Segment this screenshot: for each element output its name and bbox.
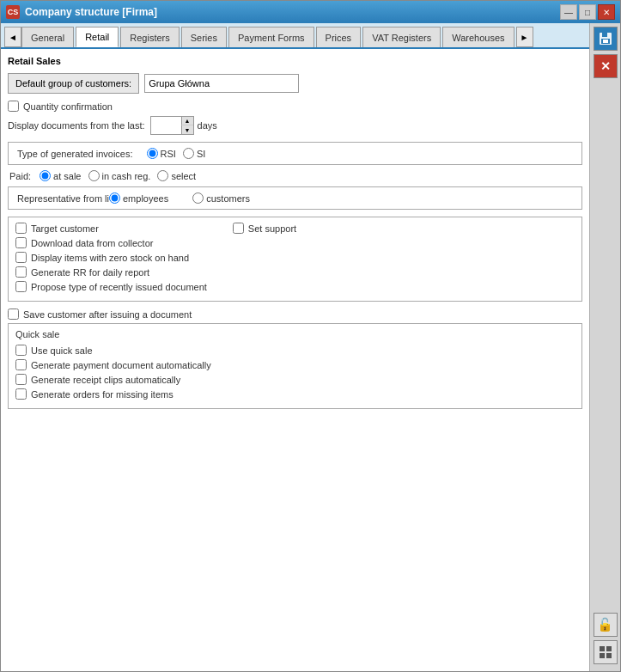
gen-orders-label: Generate orders for missing items [31,389,174,400]
use-quick-sale-row: Use quick sale [15,345,575,356]
window-title: Company structure [Firma] [25,6,157,18]
spinbox-up-button[interactable]: ▲ [181,117,193,125]
checkboxes-right: Set support [233,223,296,296]
radio-select-label: select [171,171,196,181]
lock-button[interactable]: 🔓 [594,613,618,637]
tab-vat-registers[interactable]: VAT Registers [362,27,441,47]
left-area: ◄ General Retail Registers Series Paymen… [1,23,589,671]
invoice-type-panel: Type of generated invoices: RSI SI [8,142,582,165]
download-collector-checkbox[interactable] [15,237,27,248]
radio-customers: customers [192,192,250,204]
gen-receipt-clips-row: Generate receipt clips automatically [15,374,575,385]
tab-warehouses[interactable]: Warehouses [442,27,514,47]
save-button[interactable] [594,27,618,51]
radio-at-sale: at sale [40,170,81,181]
radio-rsi-input[interactable] [147,148,158,159]
gen-payment-doc-checkbox[interactable] [15,359,27,370]
quantity-confirmation-row: Quantity confirmation [8,101,582,112]
set-support-row: Set support [233,223,296,234]
display-docs-input[interactable]: 10 [151,117,181,134]
section-title: Retail Sales [8,56,582,66]
radio-employees-input[interactable] [109,192,120,204]
use-quick-sale-checkbox[interactable] [15,345,27,356]
svg-rect-3 [603,40,608,43]
radio-at-sale-input[interactable] [40,170,51,181]
spinbox-buttons: ▲ ▼ [181,117,193,134]
set-support-checkbox[interactable] [233,223,244,234]
generate-rr-row: Generate RR for daily report [15,266,207,278]
display-docs-label: Display documents from the last: [8,120,145,131]
tab-content: Retail Sales Default group of customers:… [1,49,589,671]
close-button[interactable]: ✕ [598,4,615,20]
target-customer-row: Target customer [15,223,207,234]
quick-sale-section: Quick sale Use quick sale Generate payme… [8,323,582,409]
display-zero-stock-label: Display items with zero stock on hand [31,253,189,263]
svg-rect-6 [600,653,605,658]
right-panel: ✕ 🔓 [589,23,620,671]
target-customer-checkbox[interactable] [15,223,27,234]
save-customer-label: Save customer after issuing a document [23,309,192,320]
propose-type-row: Propose type of recently issued document [15,281,207,292]
save-customer-checkbox[interactable] [8,309,19,320]
tab-series[interactable]: Series [181,27,227,47]
tab-prices[interactable]: Prices [316,27,362,47]
tab-bar: ◄ General Retail Registers Series Paymen… [1,23,589,49]
svg-rect-4 [600,646,605,651]
checkboxes-left: Target customer Download data from colle… [15,223,207,296]
download-collector-label: Download data from collector [31,238,153,248]
radio-rsi: RSI [147,148,176,159]
default-group-button[interactable]: Default group of customers: [8,73,139,94]
radio-select-input[interactable] [157,170,168,181]
title-controls: — □ ✕ [560,4,615,20]
radio-in-cash-input[interactable] [88,170,100,181]
cancel-button[interactable]: ✕ [594,54,618,78]
svg-rect-7 [606,653,612,658]
gen-orders-checkbox[interactable] [15,388,27,400]
paid-label: Paid: [9,171,31,181]
tab-general[interactable]: General [21,27,74,47]
propose-type-label: Propose type of recently issued document [31,282,207,292]
minimize-button[interactable]: — [560,4,577,20]
radio-si-label: SI [197,149,205,159]
quick-sale-title: Quick sale [15,329,575,339]
gen-orders-row: Generate orders for missing items [15,388,575,400]
gen-receipt-clips-label: Generate receipt clips automatically [31,375,180,385]
radio-in-cash-label: in cash reg. [102,171,151,181]
tab-next-button[interactable]: ► [516,27,533,47]
use-quick-sale-label: Use quick sale [31,345,93,356]
restore-button[interactable]: □ [579,4,596,20]
radio-si-input[interactable] [183,148,194,159]
radio-in-cash: in cash reg. [88,170,151,181]
quantity-confirmation-checkbox[interactable] [8,101,19,112]
tab-retail[interactable]: Retail [76,27,119,47]
radio-select: select [157,170,196,181]
rep-label: Representative from li [17,193,109,204]
display-zero-stock-row: Display items with zero stock on hand [15,252,207,263]
invoice-type-label: Type of generated invoices: [17,149,133,159]
radio-customers-input[interactable] [192,192,204,204]
radio-si: SI [183,148,205,159]
gen-payment-doc-row: Generate payment document automatically [15,359,575,370]
tab-registers[interactable]: Registers [120,27,179,47]
default-group-input[interactable] [144,74,299,93]
tab-payment-forms[interactable]: Payment Forms [228,27,314,47]
propose-type-checkbox[interactable] [15,281,27,292]
gen-receipt-clips-checkbox[interactable] [15,374,27,385]
grid-button[interactable] [594,640,618,664]
radio-employees-label: employees [123,193,168,204]
spinbox-down-button[interactable]: ▼ [181,125,193,134]
radio-employees: employees [109,192,168,204]
default-group-row: Default group of customers: [8,73,582,94]
generate-rr-checkbox[interactable] [15,266,27,278]
title-bar: CS Company structure [Firma] — □ ✕ [1,1,620,23]
checkboxes-section: Target customer Download data from colle… [8,217,582,302]
svg-rect-1 [602,33,607,37]
quantity-confirmation-label: Quantity confirmation [23,101,113,112]
target-customer-label: Target customer [31,223,99,234]
save-customer-row: Save customer after issuing a document [8,309,582,320]
paid-panel: Paid: at sale in cash reg. select [8,170,582,181]
generate-rr-label: Generate RR for daily report [31,267,149,278]
main-window: CS Company structure [Firma] — □ ✕ ◄ Gen… [0,0,621,672]
tab-prev-button[interactable]: ◄ [4,27,21,47]
display-zero-stock-checkbox[interactable] [15,252,27,263]
